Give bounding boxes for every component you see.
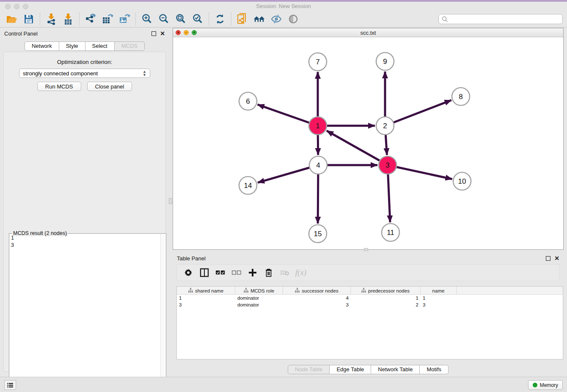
panel-menu-button[interactable]	[4, 380, 16, 390]
eye-slash-button[interactable]	[268, 12, 285, 26]
svg-text:14: 14	[244, 182, 252, 190]
export-image-icon	[118, 13, 130, 25]
export-network-icon	[85, 13, 96, 25]
export-image-button[interactable]	[116, 12, 133, 26]
column-type-icon	[244, 288, 248, 293]
node-7[interactable]: 7	[309, 53, 327, 71]
node-10[interactable]: 10	[453, 172, 471, 190]
zoom-fit-button[interactable]	[172, 12, 189, 26]
export-network-button[interactable]	[82, 12, 99, 26]
tab-style[interactable]: Style	[59, 41, 85, 51]
tab-select[interactable]: Select	[85, 41, 115, 51]
maximize-window-button[interactable]	[23, 4, 28, 9]
show-columns-button[interactable]	[197, 266, 212, 279]
delete-column-button[interactable]	[261, 266, 276, 279]
export-table-button[interactable]	[99, 12, 116, 26]
tab-network[interactable]: Network	[25, 41, 59, 51]
table-cell: 1	[177, 295, 235, 301]
clone-network-button[interactable]	[234, 12, 251, 26]
result-scrollbar[interactable]	[160, 234, 165, 392]
split-divider-grip[interactable]	[169, 198, 172, 204]
save-session-button[interactable]	[20, 12, 37, 26]
edge-4-14[interactable]	[258, 165, 318, 182]
node-4[interactable]: 4	[309, 156, 327, 174]
run-mcds-button[interactable]: Run MCDS	[37, 82, 81, 91]
trash-icon	[264, 268, 273, 277]
float-table-panel-button[interactable]	[546, 256, 550, 261]
eye-icon	[288, 14, 299, 24]
toolbar-separator	[79, 13, 80, 25]
minimize-window-button[interactable]	[14, 4, 19, 9]
network-window-title: scc.txt	[173, 30, 563, 36]
tab-mcds[interactable]: MCDS	[115, 41, 145, 51]
zoom-out-button[interactable]	[155, 12, 172, 26]
node-6[interactable]: 6	[239, 92, 257, 110]
column-header-name[interactable]: name	[421, 287, 457, 295]
mcds-tab-panel: Optimization criterion: strongly connect…	[3, 52, 166, 372]
list-icon	[7, 382, 13, 388]
search-icon	[442, 16, 448, 22]
table-tabs: Node TableEdge TableNetwork TableMotifs	[173, 365, 564, 374]
table-cell: 3	[177, 301, 235, 308]
optimization-criterion-select[interactable]: strongly connected component ▲▼	[19, 69, 150, 78]
table-row[interactable]: 1dominator411	[177, 295, 563, 301]
close-table-panel-button[interactable]: ✕	[554, 256, 559, 261]
column-header-predecessor-nodes[interactable]: predecessor nodes	[351, 287, 421, 295]
column-header-MCDS-role[interactable]: MCDS role	[235, 287, 283, 295]
open-icon	[6, 14, 18, 24]
column-header-shared-name[interactable]: shared name	[177, 287, 235, 295]
import-table-button[interactable]	[60, 12, 77, 26]
delete-table-button[interactable]	[278, 266, 292, 279]
node-14[interactable]: 14	[239, 177, 257, 194]
node-8[interactable]: 8	[452, 88, 470, 105]
tab-node-table[interactable]: Node Table	[288, 365, 330, 374]
table-cell: 3	[283, 301, 351, 308]
eye-button[interactable]	[285, 12, 302, 26]
close-panel-button[interactable]: ✕	[160, 31, 165, 36]
import-network-button[interactable]	[43, 12, 60, 26]
network-window-titlebar[interactable]: ✕ − + scc.txt	[173, 28, 563, 37]
add-column-icon	[248, 268, 257, 277]
table-cell: dominator	[235, 301, 283, 308]
node-15[interactable]: 15	[309, 225, 327, 243]
node-9[interactable]: 9	[376, 52, 394, 70]
select-all-icon	[216, 270, 225, 276]
node-1[interactable]: 1	[309, 117, 327, 135]
node-3[interactable]: 3	[379, 156, 396, 174]
tab-motifs[interactable]: Motifs	[420, 365, 449, 374]
close-panel-button-inner[interactable]: Close panel	[87, 82, 132, 91]
deselect-all-columns-button[interactable]	[229, 266, 244, 279]
tab-network-table[interactable]: Network Table	[371, 365, 420, 374]
node-11[interactable]: 11	[382, 224, 399, 241]
edge-3-10[interactable]	[388, 165, 452, 179]
table-settings-button[interactable]	[181, 266, 195, 279]
edge-2-8[interactable]	[385, 100, 451, 126]
edge-1-6[interactable]	[258, 105, 318, 126]
zoom-selected-button[interactable]	[189, 12, 206, 26]
table-row[interactable]: 3dominator323	[177, 301, 563, 308]
select-all-columns-button[interactable]	[213, 266, 228, 279]
close-window-button[interactable]	[5, 4, 11, 9]
add-column-button[interactable]	[245, 266, 260, 279]
function-builder-button[interactable]: f(x)	[294, 266, 308, 279]
search-input[interactable]	[448, 16, 559, 22]
memory-button[interactable]: Memory	[528, 380, 563, 390]
edge-3-1[interactable]	[327, 131, 388, 165]
network-canvas[interactable]: 7968124314101511	[173, 37, 563, 249]
mcds-result-text[interactable]: 1 3	[11, 235, 160, 392]
gear-icon	[184, 268, 193, 277]
houses-button[interactable]	[251, 12, 268, 26]
search-field[interactable]	[438, 14, 563, 24]
column-type-icon	[295, 288, 300, 293]
horizontal-divider-grip[interactable]	[364, 248, 368, 251]
toolbar-separator	[231, 13, 231, 25]
svg-text:8: 8	[459, 93, 462, 101]
float-panel-button[interactable]	[151, 31, 156, 36]
node-2[interactable]: 2	[376, 117, 394, 135]
refresh-button[interactable]	[212, 12, 228, 26]
node-table: shared nameMCDS rolesuccessor nodesprede…	[176, 286, 563, 359]
tab-edge-table[interactable]: Edge Table	[330, 365, 371, 374]
zoom-in-button[interactable]	[138, 12, 155, 26]
column-header-successor-nodes[interactable]: successor nodes	[283, 287, 351, 295]
open-session-button[interactable]	[3, 12, 20, 26]
